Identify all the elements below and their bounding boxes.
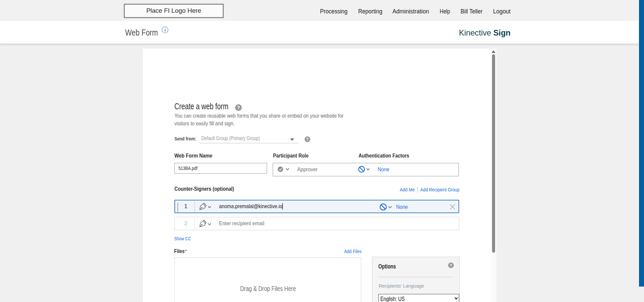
svg-text:?: ? xyxy=(237,105,240,110)
svg-text:i: i xyxy=(164,27,166,33)
svg-text:?: ? xyxy=(450,263,452,268)
svg-text:?: ? xyxy=(306,137,309,142)
